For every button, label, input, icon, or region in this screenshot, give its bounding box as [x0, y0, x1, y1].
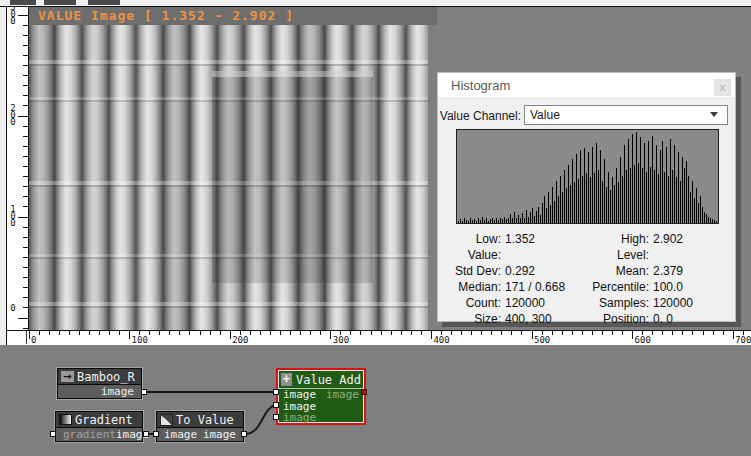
- ruler-tick: [562, 331, 563, 335]
- histogram-bar: [668, 176, 669, 223]
- ruler-tick: [23, 95, 28, 96]
- port-gradient-gradient-in[interactable]: [50, 431, 56, 437]
- port-to-value-image-out[interactable]: [241, 431, 247, 437]
- histogram-bar: [596, 143, 597, 223]
- histogram-bar: [522, 213, 523, 223]
- histogram-bar: [640, 137, 641, 223]
- ruler-tick: [622, 331, 623, 335]
- histogram-bar: [692, 181, 693, 223]
- ruler-tick: [723, 331, 724, 335]
- histogram-bar: [690, 192, 691, 223]
- histogram-bar: [468, 221, 469, 223]
- port-value-add-image-in1[interactable]: [273, 389, 279, 395]
- ruler-tick: [260, 331, 261, 335]
- port-label-image-out: image: [203, 428, 236, 441]
- ruler-tick: [23, 176, 28, 177]
- node-value-add-selected[interactable]: + Value Add image image image image: [276, 368, 366, 425]
- histogram-bar: [568, 165, 569, 223]
- ruler-tick: [23, 156, 28, 157]
- window-tab[interactable]: [88, 0, 120, 5]
- ruler-tick: [23, 85, 28, 86]
- ruler-tick: [23, 45, 28, 46]
- window-tab[interactable]: [10, 0, 36, 5]
- ruler-tick: [49, 331, 50, 335]
- histogram-bar: [564, 170, 565, 223]
- ruler-tick: [250, 331, 251, 335]
- histogram-bar: [482, 217, 483, 223]
- stat-row: Std Dev:0.292 Mean:2.379: [438, 263, 735, 279]
- node-value-add-row1: image image: [279, 389, 363, 401]
- ruler-tick: [23, 105, 28, 106]
- port-value-add-image-in3[interactable]: [273, 414, 279, 420]
- ruler-tick: [23, 287, 28, 288]
- histogram-bar: [546, 208, 547, 223]
- ruler-tick: [270, 331, 271, 335]
- port-value-add-image-out[interactable]: [361, 389, 367, 395]
- node-to-value[interactable]: To Value image image: [156, 411, 244, 442]
- ruler-tick: [23, 227, 28, 228]
- port-label-image-in3: image: [283, 412, 316, 423]
- histogram-bar: [706, 214, 707, 223]
- histogram-bar: [560, 176, 561, 223]
- histogram-bar: [504, 217, 505, 223]
- gradient-icon: [59, 414, 72, 425]
- histogram-bar: [622, 176, 623, 223]
- close-icon[interactable]: x: [714, 79, 731, 96]
- stat-label: Position:: [538, 311, 649, 327]
- ruler-tick: [169, 331, 170, 335]
- chevron-down-icon: [710, 112, 718, 117]
- histogram-bar: [536, 211, 537, 223]
- histogram-bar: [466, 220, 467, 223]
- histogram-bar: [556, 181, 557, 223]
- port-to-value-image-in[interactable]: [153, 431, 159, 437]
- stat-row: Count:120000 Samples:120000: [438, 295, 735, 311]
- ruler-tick: [733, 331, 734, 339]
- ruler-tick: [471, 331, 472, 335]
- node-gradient[interactable]: Gradient gradient image: [55, 411, 143, 442]
- ruler-tick: [602, 331, 603, 335]
- histogram-bar: [526, 210, 527, 223]
- histogram-bar: [542, 203, 543, 223]
- window-tab[interactable]: [44, 0, 76, 5]
- histogram-bar: [670, 139, 671, 223]
- port-value-add-image-in2[interactable]: [273, 402, 279, 408]
- histogram-bar: [682, 157, 683, 223]
- port-gradient-image-out[interactable]: [143, 431, 149, 437]
- histogram-bar: [680, 181, 681, 223]
- histogram-bar: [572, 159, 573, 223]
- histogram-bar: [646, 172, 647, 223]
- ruler-tick: [652, 331, 653, 335]
- histogram-bar: [606, 187, 607, 223]
- histogram-bar: [494, 220, 495, 223]
- node-bamboo-r[interactable]: → Bamboo_R image: [57, 368, 142, 399]
- histogram-bar: [716, 221, 717, 223]
- histogram-bar: [630, 168, 631, 223]
- stat-label: Count:: [438, 295, 501, 311]
- ruler-tick: [451, 331, 452, 335]
- histogram-bar: [496, 218, 497, 223]
- histogram-bar: [618, 182, 619, 223]
- histogram-bar: [534, 216, 535, 223]
- histogram-bar: [710, 218, 711, 223]
- histogram-bar: [574, 182, 575, 223]
- ruler-tick: [552, 331, 553, 335]
- histogram-title: Histogram: [451, 78, 510, 93]
- ruler-tick: [69, 331, 70, 335]
- histogram-bar: [688, 176, 689, 223]
- histogram-bar: [708, 217, 709, 223]
- histogram-bar: [558, 196, 559, 223]
- ruler-tick: [280, 331, 281, 335]
- histogram-bar: [478, 218, 479, 223]
- ruler-tick: [220, 331, 221, 335]
- stat-value: 120000: [653, 295, 693, 311]
- histogram-bar: [516, 218, 517, 223]
- histogram-bar: [660, 150, 661, 223]
- port-bamboo-image-out[interactable]: [141, 389, 147, 395]
- node-to-value-body: image image: [157, 428, 243, 441]
- value-channel-dropdown[interactable]: Value: [524, 105, 728, 125]
- ruler-tick: [23, 196, 28, 197]
- ruler-tick: [230, 331, 231, 339]
- stat-label: Low:: [438, 231, 501, 247]
- ruler-label: 300: [9, 7, 17, 25]
- ruler-tick: [23, 75, 28, 76]
